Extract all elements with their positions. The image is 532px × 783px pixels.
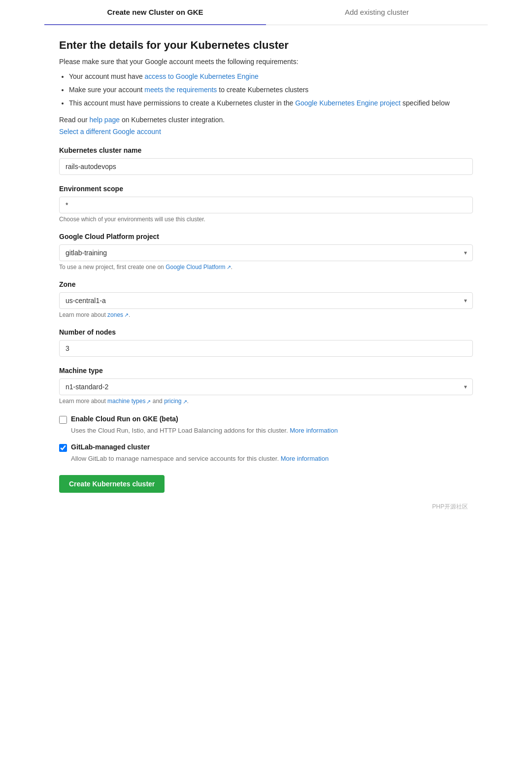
zone-select-wrapper: us-central1-a ▾ [59,292,473,309]
cluster-name-label: Kubernetes cluster name [59,146,473,154]
zone-hint-after: . [129,311,130,318]
form-content: Enter the details for your Kubernetes cl… [44,25,488,531]
env-scope-hint: Choose which of your environments will u… [59,216,473,223]
cloud-run-checkbox[interactable] [59,416,67,424]
requirement-item-1: Your account must have access to Google … [69,70,473,83]
tab-bar: Create new Cluster on GKE Add existing c… [44,0,488,25]
machine-type-select-wrapper: n1-standard-2 ▾ [59,378,473,395]
managed-cluster-checkbox[interactable] [59,444,67,452]
nodes-label: Number of nodes [59,328,473,336]
env-scope-input[interactable] [59,197,473,213]
gcp-hint-after: . [231,264,233,271]
req3-link[interactable]: Google Kubernetes Engine project [295,99,400,107]
machine-type-hint: Learn more about machine types↗ and pric… [59,398,473,405]
managed-cluster-label[interactable]: GitLab-managed cluster [71,443,150,451]
requirement-item-2: Make sure your account meets the require… [69,84,473,96]
req3-after: specified below [400,99,450,107]
zone-label: Zone [59,280,473,288]
env-scope-group: Environment scope Choose which of your e… [59,185,473,223]
managed-cluster-group: GitLab-managed cluster Allow GitLab to m… [59,443,473,462]
zone-hint-before: Learn more about [59,311,107,318]
managed-checkbox-group: GitLab-managed cluster [59,443,473,452]
machine-type-group: Machine type n1-standard-2 ▾ Learn more … [59,367,473,405]
help-before: Read our [59,116,89,124]
cloud-run-hint: Uses the Cloud Run, Istio, and HTTP Load… [59,427,473,434]
zones-link[interactable]: zones↗ [107,311,129,318]
create-cluster-button[interactable]: Create Kubernetes cluster [59,475,165,493]
requirement-item-3: This account must have permissions to cr… [69,97,473,109]
cluster-name-input[interactable] [59,158,473,175]
cloud-run-group: Enable Cloud Run on GKE (beta) Uses the … [59,415,473,434]
zone-hint: Learn more about zones↗. [59,311,473,318]
req2-before: Make sure your account [69,86,144,94]
nodes-input[interactable] [59,340,473,357]
help-after: on Kubernetes cluster integration. [120,116,225,124]
gcp-project-select[interactable]: gitlab-training [59,244,473,261]
req3-before: This account must have permissions to cr… [69,99,295,107]
zone-select[interactable]: us-central1-a [59,292,473,309]
machine-types-link[interactable]: machine types↗ [107,398,151,405]
machine-hint-mid: and [151,398,164,405]
req2-after: to create Kubernetes clusters [217,86,308,94]
gcp-project-label: Google Cloud Platform project [59,233,473,240]
managed-cluster-hint: Allow GitLab to manage namespace and ser… [59,455,473,462]
gcp-project-group: Google Cloud Platform project gitlab-tra… [59,233,473,271]
intro-text: Please make sure that your Google accoun… [59,58,473,66]
req1-before: Your account must have [69,72,145,80]
machine-type-label: Machine type [59,367,473,374]
external-link-icon-pricing: ↗ [183,399,187,405]
help-text: Read our help page on Kubernetes cluster… [59,116,473,124]
machine-hint-before: Learn more about [59,398,107,405]
managed-more-info-link[interactable]: More information [281,455,329,462]
pricing-link[interactable]: pricing↗ [164,398,187,405]
gcp-platform-link[interactable]: Google Cloud Platform↗ [166,264,231,271]
req2-link[interactable]: meets the requirements [144,86,217,94]
gcp-project-hint: To use a new project, first create one o… [59,264,473,271]
select-google-account-link[interactable]: Select a different Google account [59,128,161,136]
gcp-hint-before: To use a new project, first create one o… [59,264,166,271]
page-title: Enter the details for your Kubernetes cl… [59,39,473,52]
cloud-run-checkbox-group: Enable Cloud Run on GKE (beta) [59,415,473,424]
cloud-run-label[interactable]: Enable Cloud Run on GKE (beta) [71,415,178,423]
cloud-run-hint-before: Uses the Cloud Run, Istio, and HTTP Load… [71,427,290,434]
external-link-icon-zone: ↗ [124,312,129,318]
machine-hint-after: . [187,398,189,405]
tab-create-cluster[interactable]: Create new Cluster on GKE [44,0,266,25]
zone-group: Zone us-central1-a ▾ Learn more about zo… [59,280,473,318]
managed-hint-before: Allow GitLab to manage namespace and ser… [71,455,281,462]
tab-existing-cluster[interactable]: Add existing cluster [266,0,488,25]
requirements-list: Your account must have access to Google … [69,70,473,110]
nodes-group: Number of nodes [59,328,473,357]
req1-link[interactable]: access to Google Kubernetes Engine [145,72,259,80]
help-page-link[interactable]: help page [89,116,120,124]
watermark: PHP开源社区 [59,503,473,511]
env-scope-label: Environment scope [59,185,473,193]
gcp-project-select-wrapper: gitlab-training ▾ [59,244,473,261]
external-link-icon: ↗ [227,264,231,271]
machine-type-select[interactable]: n1-standard-2 [59,378,473,395]
cluster-name-group: Kubernetes cluster name [59,146,473,175]
cloud-run-more-info-link[interactable]: More information [290,427,338,434]
